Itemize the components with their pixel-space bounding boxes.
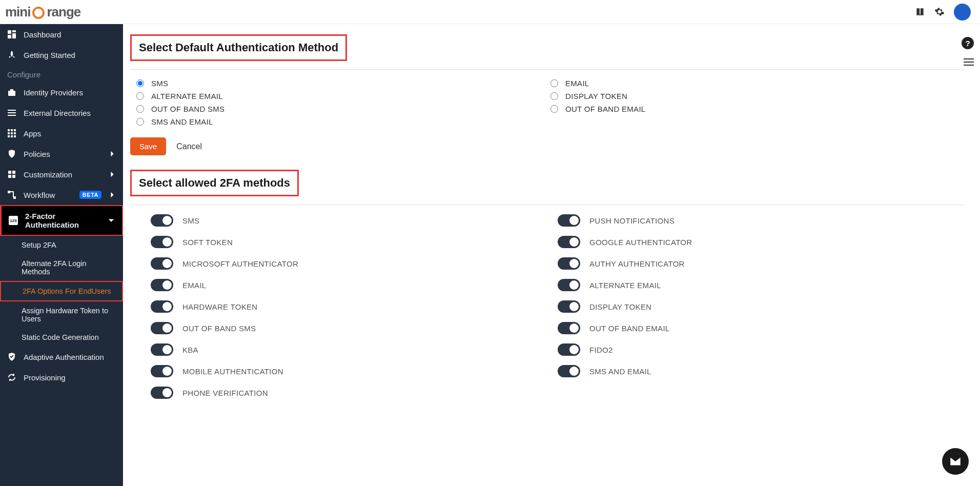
radio-label: OUT OF BAND SMS	[151, 105, 224, 113]
toggle-col-right: PUSH NOTIFICATIONSGOOGLE AUTHENTICATORAU…	[558, 214, 965, 399]
sidebar-sub-static-code[interactable]: Static Code Generation	[0, 328, 123, 347]
sidebar-sub-2fa-endusers[interactable]: 2FA Options For EndUsers	[0, 281, 123, 301]
toggle-row: EMAIL	[151, 279, 558, 291]
toggle-label: PHONE VERIFICATION	[182, 389, 268, 397]
sidebar-section-label: Configure	[0, 65, 123, 82]
radio-label: DISPLAY TOKEN	[565, 92, 627, 100]
chevron-right-icon	[109, 171, 116, 178]
chat-fab[interactable]	[942, 448, 969, 475]
toggle-switch[interactable]	[151, 279, 173, 291]
guide-icon[interactable]	[915, 7, 925, 17]
toggle-label: KBA	[182, 346, 198, 354]
flow-icon	[7, 190, 16, 199]
radio-input[interactable]	[136, 118, 144, 126]
toggle-switch[interactable]	[558, 257, 580, 270]
header-actions	[915, 4, 971, 21]
sidebar-sub-hardware-token[interactable]: Assign Hardware Token to Users	[0, 301, 123, 328]
toggle-label: ALTERNATE EMAIL	[589, 281, 661, 290]
heading-allowed-2fa: Select allowed 2FA methods	[130, 170, 299, 196]
sidebar-item-label: Customization	[24, 170, 101, 179]
sidebar-item-dashboard[interactable]: Dashboard	[0, 24, 123, 45]
shield-icon	[7, 149, 16, 158]
sidebar-item-provisioning[interactable]: Provisioning	[0, 367, 123, 388]
svg-rect-7	[8, 110, 16, 111]
cycle-icon	[7, 373, 16, 382]
sidebar-item-workflow[interactable]: Workflow BETA	[0, 185, 123, 205]
toggle-label: PUSH NOTIFICATIONS	[589, 216, 675, 225]
toggle-switch[interactable]	[151, 236, 173, 248]
svg-rect-14	[11, 132, 13, 134]
toggle-switch[interactable]	[558, 214, 580, 227]
radio-option[interactable]: OUT OF BAND EMAIL	[550, 105, 965, 113]
radio-option[interactable]: OUT OF BAND SMS	[136, 105, 550, 113]
toggle-row: GOOGLE AUTHENTICATOR	[558, 236, 965, 248]
toggle-switch[interactable]	[558, 279, 580, 291]
svg-point-0	[33, 8, 44, 18]
radio-option[interactable]: SMS AND EMAIL	[136, 117, 550, 126]
toggle-switch[interactable]	[151, 300, 173, 313]
radio-input[interactable]	[136, 92, 144, 100]
toggle-row: MOBILE AUTHENTICATION	[151, 365, 558, 377]
radio-label: SMS	[151, 79, 168, 88]
radio-option[interactable]: EMAIL	[550, 79, 965, 88]
svg-rect-1	[8, 30, 11, 34]
sidebar-item-policies[interactable]: Policies	[0, 144, 123, 164]
toggle-switch[interactable]	[558, 365, 580, 377]
toggle-row: KBA	[151, 343, 558, 356]
sidebar-item-getting-started[interactable]: Getting Started	[0, 45, 123, 65]
dashboard-icon	[7, 30, 16, 39]
radio-input[interactable]	[136, 105, 144, 113]
toggle-switch[interactable]	[151, 343, 173, 356]
cancel-button[interactable]: Cancel	[176, 142, 202, 151]
toggle-switch[interactable]	[558, 322, 580, 334]
toggle-label: SOFT TOKEN	[182, 238, 233, 247]
toggle-switch[interactable]	[151, 322, 173, 334]
sidebar-item-idp[interactable]: Identity Providers	[0, 82, 123, 103]
toggle-col-left: SMSSOFT TOKENMICROSOFT AUTHENTICATOREMAI…	[151, 214, 558, 399]
sidebar-item-adaptive-auth[interactable]: Adaptive Authentication	[0, 347, 123, 367]
radio-input[interactable]	[136, 79, 144, 87]
toggle-row: SMS AND EMAIL	[558, 365, 965, 377]
svg-rect-2	[12, 30, 16, 32]
svg-rect-12	[14, 129, 16, 131]
radio-option[interactable]: ALTERNATE EMAIL	[136, 92, 550, 100]
radio-option[interactable]: DISPLAY TOKEN	[550, 92, 965, 100]
radio-input[interactable]	[550, 79, 558, 87]
svg-rect-20	[12, 171, 15, 174]
radio-label: OUT OF BAND EMAIL	[565, 105, 646, 113]
help-button[interactable]: ?	[962, 37, 974, 49]
sidebar-sub-alt-login[interactable]: Alternate 2FA Login Methods	[0, 254, 123, 281]
toggle-label: SMS AND EMAIL	[589, 367, 651, 376]
svg-rect-19	[8, 171, 11, 174]
sidebar-item-external-dirs[interactable]: External Directories	[0, 103, 123, 123]
hamburger-icon[interactable]	[964, 56, 974, 68]
toggle-row: AUTHY AUTHENTICATOR	[558, 257, 965, 270]
toggle-label: FIDO2	[589, 346, 613, 354]
main-content: Select Default Authentication Method SMS…	[123, 24, 980, 486]
toggle-switch[interactable]	[558, 343, 580, 356]
radio-input[interactable]	[550, 92, 558, 100]
toggle-switch[interactable]	[151, 387, 173, 399]
sidebar-item-apps[interactable]: Apps	[0, 123, 123, 144]
toggle-row: PUSH NOTIFICATIONS	[558, 214, 965, 227]
svg-rect-10	[8, 129, 10, 131]
toggle-switch[interactable]	[558, 236, 580, 248]
radio-col-left: SMSALTERNATE EMAILOUT OF BAND SMSSMS AND…	[136, 79, 550, 126]
toggle-row: ALTERNATE EMAIL	[558, 279, 965, 291]
svg-rect-5	[8, 91, 15, 96]
toggle-switch[interactable]	[151, 214, 173, 227]
toggle-switch[interactable]	[151, 365, 173, 377]
gear-icon[interactable]	[934, 7, 945, 17]
heading-default-auth: Select Default Authentication Method	[130, 34, 347, 61]
toggle-switch[interactable]	[151, 257, 173, 270]
brand-logo[interactable]: mini range	[5, 4, 80, 19]
sidebar-item-2fa[interactable]: 123 2-Factor Authentication	[0, 205, 123, 236]
toggle-switch[interactable]	[558, 300, 580, 313]
toggle-label: EMAIL	[182, 281, 207, 290]
radio-option[interactable]: SMS	[136, 79, 550, 88]
save-button[interactable]: Save	[130, 137, 166, 155]
radio-input[interactable]	[550, 105, 558, 113]
sidebar-sub-setup2fa[interactable]: Setup 2FA	[0, 236, 123, 254]
sidebar-item-customization[interactable]: Customization	[0, 164, 123, 185]
avatar[interactable]	[954, 4, 971, 21]
